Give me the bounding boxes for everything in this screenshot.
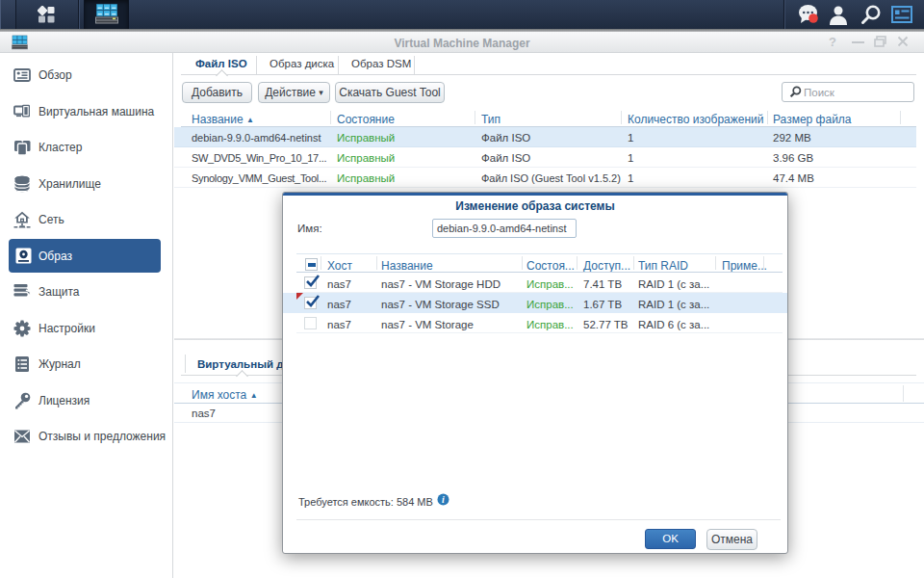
svg-text:i: i xyxy=(442,494,445,505)
